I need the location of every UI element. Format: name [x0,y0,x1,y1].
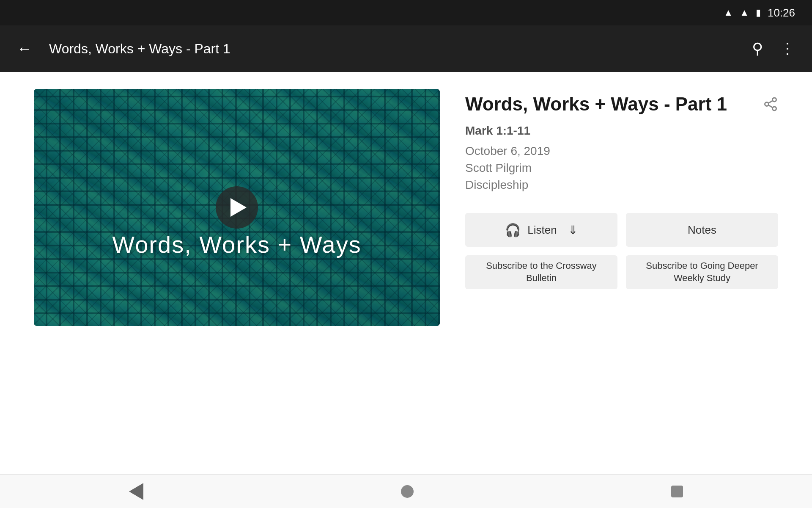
video-overlay-text: Words, Works + Ways [34,231,440,258]
subscribe-bulletin-button[interactable]: Subscribe to the Crossway Bulletin [465,255,617,289]
status-time: 10:26 [768,6,795,19]
video-background: Words, Works + Ways [34,89,440,326]
listen-label: Listen [527,224,557,237]
nav-recents-button[interactable] [671,486,683,497]
svg-line-4 [768,101,773,103]
download-icon: ⇓ [568,223,578,237]
more-options-button[interactable]: ⋮ [780,40,795,58]
primary-action-row: 🎧 Listen ⇓ Notes [465,213,778,247]
listen-button[interactable]: 🎧 Listen ⇓ [465,213,617,247]
nav-home-button[interactable] [401,485,414,498]
sermon-series: Discipleship [465,178,778,192]
scripture-reference: Mark 1:1-11 [465,124,778,138]
subscribe-action-row: Subscribe to the Crossway Bulletin Subsc… [465,255,778,289]
app-bar: ← Words, Works + Ways - Part 1 ⚲ ⋮ [0,25,812,72]
info-panel: Words, Works + Ways - Part 1 Mark 1:1-11… [465,89,778,457]
battery-icon: ▮ [756,7,761,18]
svg-line-3 [768,105,773,108]
bottom-navigation [0,474,812,508]
notes-label: Notes [688,224,716,237]
sermon-speaker: Scott Pilgrim [465,161,778,175]
sermon-date: October 6, 2019 [465,144,778,158]
headphone-icon: 🎧 [505,223,521,237]
app-bar-title: Words, Works + Ways - Part 1 [49,41,735,57]
search-button[interactable]: ⚲ [752,40,763,58]
play-button[interactable] [216,186,258,229]
main-content: Words, Works + Ways Words, Works + Ways … [0,72,812,474]
subscribe-bulletin-label: Subscribe to the Crossway Bulletin [472,260,611,284]
status-bar: ▲ ▲ ▮ 10:26 [0,0,812,25]
play-icon [230,198,247,217]
info-header: Words, Works + Ways - Part 1 [465,93,778,116]
video-thumbnail[interactable]: Words, Works + Ways [34,89,440,326]
sermon-title: Words, Works + Ways - Part 1 [465,93,754,116]
back-button[interactable]: ← [17,40,32,58]
share-button[interactable] [763,97,778,116]
subscribe-study-label: Subscribe to Going Deeper Weekly Study [633,260,771,284]
wifi-icon: ▲ [724,7,733,18]
notes-button[interactable]: Notes [626,213,778,247]
subscribe-study-button[interactable]: Subscribe to Going Deeper Weekly Study [626,255,778,289]
signal-icon: ▲ [740,7,749,18]
nav-back-button[interactable] [129,483,143,500]
